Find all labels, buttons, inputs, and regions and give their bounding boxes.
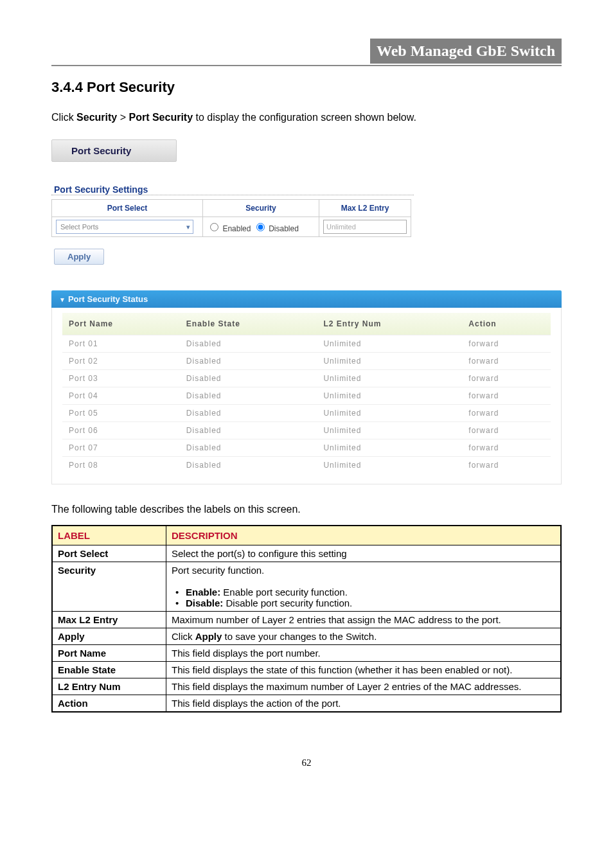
col-security: Security xyxy=(203,200,319,217)
doc-header: Web Managed GbE Switch xyxy=(51,39,562,66)
table-row: Port 07DisabledUnlimitedforward xyxy=(62,439,551,457)
table-row: Port 01DisabledUnlimitedforward xyxy=(62,335,551,353)
settings-table: Port Select Security Max L2 Entry Select… xyxy=(51,199,411,237)
config-screenshot: Port Security Port Security Settings Por… xyxy=(51,139,562,484)
status-col-enable-state: Enable State xyxy=(180,313,317,335)
table-row: Port 06DisabledUnlimitedforward xyxy=(62,422,551,439)
status-col-l2-entry: L2 Entry Num xyxy=(317,313,462,335)
caret-down-icon: ▼ xyxy=(59,296,66,303)
screenshot-tab-title: Port Security xyxy=(51,139,177,162)
port-select-dropdown[interactable]: Select Ports xyxy=(56,220,193,234)
col-port-select: Port Select xyxy=(52,200,203,217)
max-l2-input[interactable]: Unlimited xyxy=(323,220,407,234)
col-max-l2: Max L2 Entry xyxy=(319,200,411,217)
status-col-action: Action xyxy=(462,313,551,335)
intro-text: Click Security > Port Security to displa… xyxy=(51,112,562,123)
table-row: Port 05DisabledUnlimitedforward xyxy=(62,405,551,422)
status-section-header[interactable]: ▼Port Security Status xyxy=(51,290,562,308)
page-number: 62 xyxy=(51,757,562,768)
apply-button[interactable]: Apply xyxy=(54,249,104,265)
settings-section-title: Port Security Settings xyxy=(51,184,414,195)
table-row: Port 08DisabledUnlimitedforward xyxy=(62,457,551,474)
table-row: Port 03DisabledUnlimitedforward xyxy=(62,370,551,387)
table-row: Port 02DisabledUnlimitedforward xyxy=(62,353,551,370)
description-table: LABEL DESCRIPTION Port Select Select the… xyxy=(51,525,562,713)
doc-header-title: Web Managed GbE Switch xyxy=(370,39,562,64)
section-title: 3.4.4 Port Security xyxy=(51,79,562,96)
desc-header-label: LABEL xyxy=(52,526,166,545)
desc-intro: The following table describes the labels… xyxy=(51,504,562,515)
status-col-port-name: Port Name xyxy=(62,313,180,335)
radio-disabled[interactable]: Disabled xyxy=(253,224,299,233)
table-row: Port 04DisabledUnlimitedforward xyxy=(62,387,551,405)
radio-enabled[interactable]: Enabled xyxy=(207,224,251,233)
status-table: Port Name Enable State L2 Entry Num Acti… xyxy=(62,313,551,474)
desc-header-desc: DESCRIPTION xyxy=(166,526,562,545)
